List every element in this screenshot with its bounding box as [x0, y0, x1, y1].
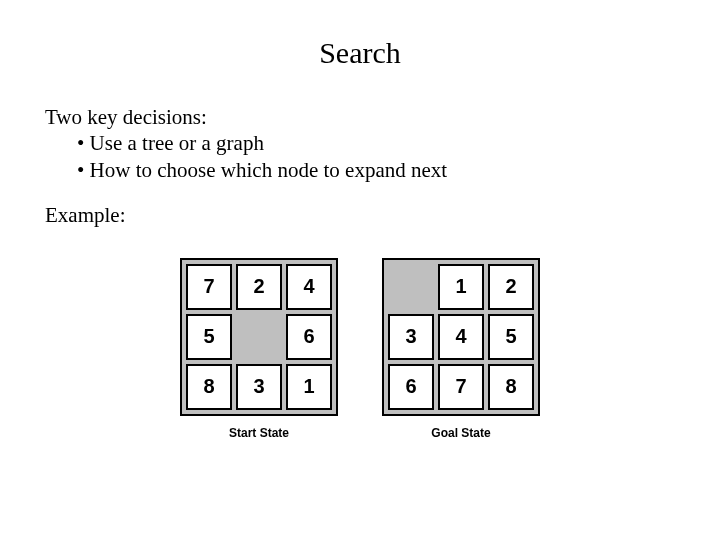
start-cell-7: 3	[236, 364, 282, 410]
goal-cell-5: 5	[488, 314, 534, 360]
start-cell-4-blank	[236, 314, 282, 360]
body-text: Two key decisions: • Use a tree or a gra…	[45, 104, 675, 183]
start-cell-8: 1	[286, 364, 332, 410]
puzzles-container: 7 2 4 5 6 8 3 1 Start State 1 2 3 4 5 6	[45, 258, 675, 440]
example-label: Example:	[45, 203, 675, 228]
goal-board: 1 2 3 4 5 6 7 8	[382, 258, 540, 416]
start-cell-0: 7	[186, 264, 232, 310]
goal-state-block: 1 2 3 4 5 6 7 8 Goal State	[382, 258, 540, 440]
slide: Search Two key decisions: • Use a tree o…	[0, 0, 720, 470]
goal-cell-3: 3	[388, 314, 434, 360]
start-cell-2: 4	[286, 264, 332, 310]
goal-cell-7: 7	[438, 364, 484, 410]
goal-cell-2: 2	[488, 264, 534, 310]
goal-cell-6: 6	[388, 364, 434, 410]
start-state-block: 7 2 4 5 6 8 3 1 Start State	[180, 258, 338, 440]
goal-cell-0-blank	[388, 264, 434, 310]
start-cell-3: 5	[186, 314, 232, 360]
page-title: Search	[45, 36, 675, 70]
start-cell-5: 6	[286, 314, 332, 360]
start-board: 7 2 4 5 6 8 3 1	[180, 258, 338, 416]
goal-cell-8: 8	[488, 364, 534, 410]
goal-cell-4: 4	[438, 314, 484, 360]
goal-caption: Goal State	[431, 426, 490, 440]
start-caption: Start State	[229, 426, 289, 440]
start-cell-6: 8	[186, 364, 232, 410]
bullet-1: • Use a tree or a graph	[45, 130, 675, 156]
start-cell-1: 2	[236, 264, 282, 310]
intro-line: Two key decisions:	[45, 104, 675, 130]
goal-cell-1: 1	[438, 264, 484, 310]
bullet-2: • How to choose which node to expand nex…	[45, 157, 675, 183]
